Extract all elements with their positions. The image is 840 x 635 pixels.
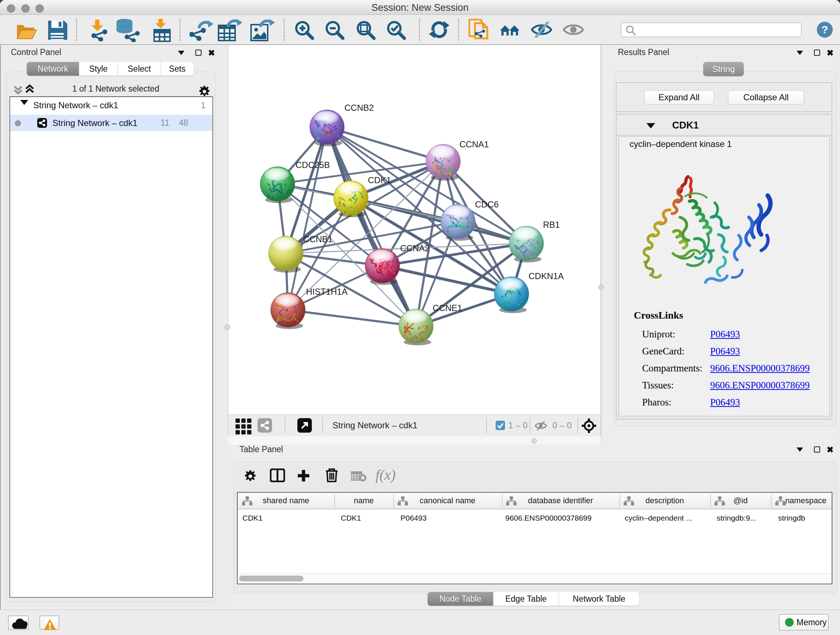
svg-text:CCNE1: CCNE1 xyxy=(433,303,462,313)
svg-text:CCNA2: CCNA2 xyxy=(400,243,429,253)
svg-text:CDC25B: CDC25B xyxy=(295,160,330,170)
svg-text:HIST1H1A: HIST1H1A xyxy=(306,287,347,296)
svg-text:CCNA1: CCNA1 xyxy=(459,139,489,149)
svg-text:?: ? xyxy=(821,24,828,35)
svg-text:CDK1: CDK1 xyxy=(368,175,391,185)
svg-text:CDC6: CDC6 xyxy=(475,200,499,209)
svg-text:CDKN1A: CDKN1A xyxy=(529,271,564,281)
svg-text:RB1: RB1 xyxy=(543,220,560,230)
svg-text:CCNB2: CCNB2 xyxy=(344,103,374,112)
svg-text:CCNB1: CCNB1 xyxy=(303,234,332,244)
